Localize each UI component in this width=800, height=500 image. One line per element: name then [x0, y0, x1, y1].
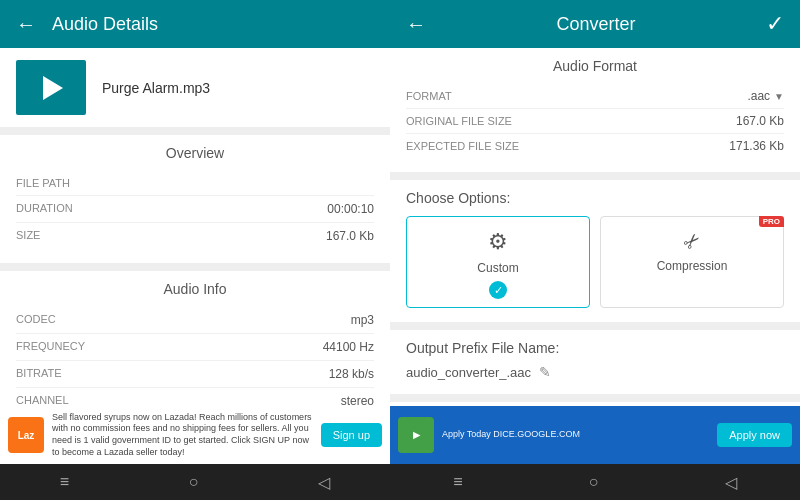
table-row: ORIGINAL FILE SIZE 167.0 Kb: [406, 109, 784, 134]
options-title: Choose Options:: [406, 190, 784, 206]
expected-size-label: EXPECTED FILE SIZE: [406, 140, 519, 152]
right-header: ← Converter ✓: [390, 0, 800, 48]
overview-title: Overview: [16, 145, 374, 161]
size-label: SIZE: [16, 229, 40, 243]
table-row: EXPECTED FILE SIZE 171.36 Kb: [406, 134, 784, 158]
audio-info-card: Audio Info CODEC mp3 FREQUNECY 44100 Hz …: [0, 271, 390, 406]
prefix-value-row: audio_converter_.aac ✎: [406, 364, 784, 380]
overview-card: Overview FILE PATH DURATION 00:00:10 SIZ…: [0, 135, 390, 263]
frequency-label: FREQUNECY: [16, 340, 85, 354]
size-value: 167.0 Kb: [326, 229, 374, 243]
frequency-value: 44100 Hz: [323, 340, 374, 354]
custom-card-label: Custom: [477, 261, 518, 275]
sign-up-button[interactable]: Sign up: [321, 423, 382, 447]
left-nav-menu-icon[interactable]: ≡: [60, 473, 69, 491]
left-nav-home-icon[interactable]: ○: [189, 473, 199, 491]
options-section: Choose Options: ⚙ Custom ✓ PRO ✂ Compres…: [390, 180, 800, 322]
custom-option-card[interactable]: ⚙ Custom ✓: [406, 216, 590, 308]
bitrate-label: BITRATE: [16, 367, 62, 381]
left-panel: ← Audio Details Purge Alarm.mp3 Overview…: [0, 0, 390, 500]
edit-icon[interactable]: ✎: [539, 364, 551, 380]
bitrate-value: 128 kb/s: [329, 367, 374, 381]
gear-icon: ⚙: [488, 229, 508, 255]
right-nav-back-icon[interactable]: ◁: [725, 473, 737, 492]
compression-option-card[interactable]: PRO ✂ Compression: [600, 216, 784, 308]
right-nav-home-icon[interactable]: ○: [589, 473, 599, 491]
format-label: FORMAT: [406, 90, 452, 102]
table-row: CODEC mp3: [16, 307, 374, 334]
format-title: Audio Format: [406, 58, 784, 74]
table-row: FREQUNECY 44100 Hz: [16, 334, 374, 361]
format-value[interactable]: .aac ▼: [747, 89, 784, 103]
right-content: Audio Format FORMAT .aac ▼ ORIGINAL FILE…: [390, 48, 800, 406]
selected-checkmark-icon: ✓: [489, 281, 507, 299]
format-section: Audio Format FORMAT .aac ▼ ORIGINAL FILE…: [390, 48, 800, 172]
left-bottom-nav: ≡ ○ ◁: [0, 464, 390, 500]
table-row: BITRATE 128 kb/s: [16, 361, 374, 388]
table-row: DURATION 00:00:10: [16, 196, 374, 223]
prefix-section: Output Prefix File Name: audio_converter…: [390, 330, 800, 394]
table-row: SIZE 167.0 Kb: [16, 223, 374, 249]
right-back-button[interactable]: ←: [406, 13, 426, 36]
table-row: CHANNEL stereo: [16, 388, 374, 406]
codec-label: CODEC: [16, 313, 56, 327]
play-icon: [43, 76, 63, 100]
left-header: ← Audio Details: [0, 0, 390, 48]
left-content: Purge Alarm.mp3 Overview FILE PATH DURAT…: [0, 48, 390, 406]
left-nav-back-icon[interactable]: ◁: [318, 473, 330, 492]
original-size-label: ORIGINAL FILE SIZE: [406, 115, 512, 127]
right-page-title: Converter: [556, 14, 635, 35]
pro-badge: PRO: [759, 216, 784, 227]
duration-value: 00:00:10: [327, 202, 374, 216]
right-ad-logo: ▶: [398, 417, 434, 453]
right-ad-text: Apply Today DICE.GOOGLE.COM: [442, 429, 709, 441]
channel-label: CHANNEL: [16, 394, 69, 406]
codec-value: mp3: [351, 313, 374, 327]
channel-value: stereo: [341, 394, 374, 406]
prefix-title: Output Prefix File Name:: [406, 340, 784, 356]
left-back-button[interactable]: ←: [16, 13, 36, 36]
duration-label: DURATION: [16, 202, 73, 216]
left-ad-text: Sell flavored syrups now on Lazada! Reac…: [52, 412, 313, 459]
left-ad-logo: Laz: [8, 417, 44, 453]
right-panel: ← Converter ✓ Audio Format FORMAT .aac ▼…: [390, 0, 800, 500]
expected-size-value: 171.36 Kb: [729, 139, 784, 153]
left-ad-banner: Laz Sell flavored syrups now on Lazada! …: [0, 406, 390, 464]
confirm-button[interactable]: ✓: [766, 11, 784, 37]
prefix-value-text: audio_converter_.aac: [406, 365, 531, 380]
table-row: FORMAT .aac ▼: [406, 84, 784, 109]
table-row: FILE PATH: [16, 171, 374, 196]
right-bottom-nav: ≡ ○ ◁: [390, 464, 800, 500]
play-thumbnail[interactable]: [16, 60, 86, 115]
format-value-text: .aac: [747, 89, 770, 103]
audio-info-title: Audio Info: [16, 281, 374, 297]
options-cards: ⚙ Custom ✓ PRO ✂ Compression: [406, 216, 784, 308]
audio-filename: Purge Alarm.mp3: [102, 80, 210, 96]
audio-file-block: Purge Alarm.mp3: [0, 48, 390, 127]
apply-now-button[interactable]: Apply now: [717, 423, 792, 447]
compression-card-label: Compression: [657, 259, 728, 273]
scissors-icon: ✂: [678, 227, 707, 256]
file-path-label: FILE PATH: [16, 177, 70, 189]
left-page-title: Audio Details: [52, 14, 158, 35]
original-size-value: 167.0 Kb: [736, 114, 784, 128]
format-dropdown-icon: ▼: [774, 91, 784, 102]
right-nav-menu-icon[interactable]: ≡: [453, 473, 462, 491]
right-ad-banner: ▶ Apply Today DICE.GOOGLE.COM Apply now: [390, 406, 800, 464]
